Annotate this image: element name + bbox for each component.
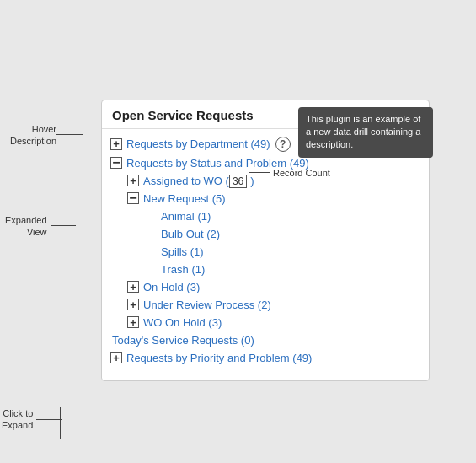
- item-text-todays: Today's Service Requests (0): [112, 334, 254, 347]
- expand-btn-wo-on-hold[interactable]: +: [127, 316, 139, 328]
- item-text-spills: Spills (1): [161, 245, 204, 258]
- expand-btn-dept[interactable]: +: [110, 138, 122, 150]
- tooltip-box: This plugin is an example of a new data …: [298, 107, 433, 158]
- tree-item-on-hold[interactable]: + On Hold (3): [110, 278, 420, 296]
- expand-btn-assigned[interactable]: +: [127, 175, 139, 186]
- record-count-badge: 36: [229, 175, 247, 188]
- item-text-dept: Requests by Department (49): [126, 137, 270, 150]
- tree-item-requests-by-priority[interactable]: + Requests by Priority and Problem (49): [110, 349, 420, 367]
- annotation-click-to-expand: Click toExpand: [2, 407, 62, 439]
- tree-item-new-request[interactable]: − New Request (5): [110, 190, 420, 207]
- item-text-trash: Trash (1): [161, 263, 205, 276]
- expand-btn-on-hold[interactable]: +: [127, 281, 139, 293]
- item-text-priority: Requests by Priority and Problem (49): [126, 352, 312, 364]
- outer-container: Open Service Requests ↺ This plugin is a…: [0, 66, 476, 398]
- item-text-new-request: New Request (5): [143, 192, 226, 205]
- panel: Open Service Requests ↺ This plugin is a…: [101, 100, 430, 381]
- item-text-assigned: Assigned to WO (36): [143, 175, 254, 187]
- item-text-bulb-out: Bulb Out (2): [161, 228, 220, 240]
- expand-btn-under-review[interactable]: +: [127, 299, 139, 310]
- item-text-on-hold: On Hold (3): [143, 281, 200, 293]
- item-text-wo-on-hold: WO On Hold (3): [143, 316, 222, 329]
- annotation-expanded: ExpandedView: [5, 214, 76, 239]
- tree-item-wo-on-hold[interactable]: + WO On Hold (3): [110, 314, 420, 331]
- annotation-hover-label: HoverDescription: [10, 123, 56, 148]
- item-text-under-review: Under Review Process (2): [143, 299, 271, 311]
- tree-item-under-review[interactable]: + Under Review Process (2): [110, 296, 420, 314]
- tree-item-todays-requests[interactable]: Today's Service Requests (0): [110, 331, 420, 349]
- expand-btn-priority[interactable]: +: [110, 352, 122, 363]
- annotation-record-count-label: Record Count: [273, 167, 330, 179]
- tree-item-bulb-out[interactable]: Bulb Out (2): [110, 225, 420, 243]
- panel-body: + Requests by Department (49) ? − Reques…: [102, 129, 429, 372]
- item-text-animal: Animal (1): [161, 210, 211, 223]
- tree-item-spills[interactable]: Spills (1): [110, 243, 420, 261]
- tree-item-trash[interactable]: Trash (1): [110, 261, 420, 278]
- help-icon[interactable]: ?: [275, 137, 291, 152]
- annotation-click-label: Click toExpand: [2, 407, 33, 432]
- expand-btn-new-request[interactable]: −: [127, 192, 139, 204]
- expand-btn-status[interactable]: −: [110, 157, 122, 169]
- annotation-expanded-label: ExpandedView: [5, 214, 47, 239]
- tooltip-text: This plugin is an example of a new data …: [306, 114, 420, 150]
- tree-item-animal[interactable]: Animal (1): [110, 207, 420, 225]
- annotation-record-count: Record Count: [249, 167, 330, 179]
- annotation-hover: HoverDescription: [10, 123, 83, 148]
- panel-title: Open Service Requests: [112, 108, 254, 122]
